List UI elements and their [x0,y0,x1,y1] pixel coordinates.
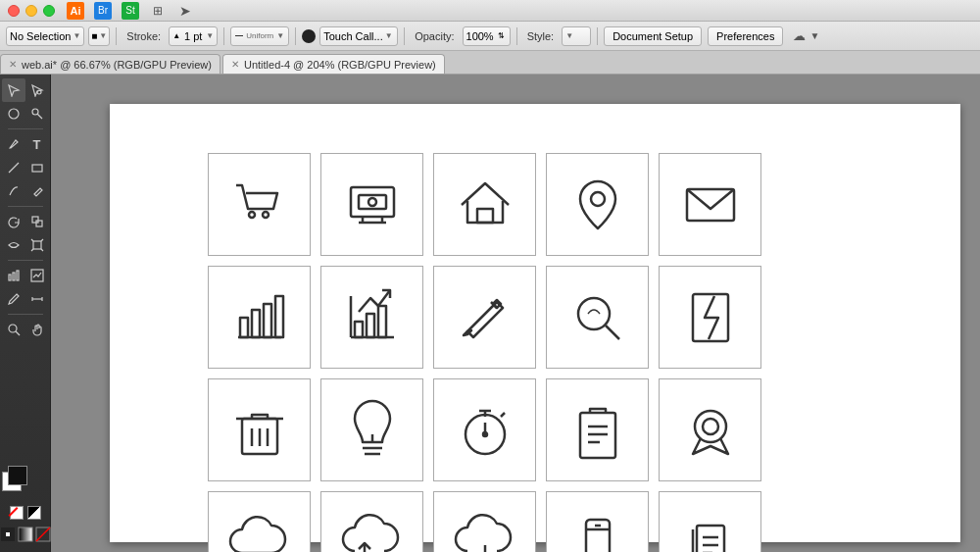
stroke-dropdown-arrow: ▼ [206,31,214,40]
touch-dropdown[interactable]: Touch Call... ▼ [319,26,398,46]
icon-monitor-payment[interactable] [320,153,423,256]
eyedropper-tool[interactable] [2,287,25,311]
icon-envelope[interactable] [659,153,761,256]
lasso-tool[interactable] [2,102,25,125]
tab-untitled[interactable]: ✕ Untitled-4 @ 204% (RGB/GPU Preview) [222,54,445,74]
icon-location-pin[interactable] [546,153,649,256]
tool-row-4 [0,156,50,179]
opacity-arrows[interactable]: ⇅ [498,31,505,40]
fullscreen-button[interactable] [43,5,55,17]
selection-label: No Selection [10,30,71,42]
style-dropdown[interactable]: ▼ [562,26,591,46]
icon-search[interactable] [546,266,649,369]
tool-row-3: T [0,132,50,156]
svg-point-0 [37,90,41,94]
magic-wand-tool[interactable] [25,102,49,125]
svg-rect-7 [36,221,42,226]
icon-award[interactable] [659,378,761,481]
icon-documents[interactable] [659,491,761,552]
hand-tool[interactable] [25,318,49,341]
icon-house[interactable] [433,153,536,256]
direct-select-tool[interactable] [25,78,49,102]
tab-close-web[interactable]: ✕ [9,59,17,70]
foreground-color-swatch[interactable] [8,466,27,485]
illustrator-icon: Ai [67,2,84,20]
svg-line-43 [606,326,619,339]
svg-rect-32 [240,318,248,337]
close-button[interactable] [8,5,20,17]
swap-swatch[interactable] [27,506,41,520]
icon-clipboard[interactable] [546,378,649,481]
graph-tool[interactable] [2,264,25,287]
line-tool[interactable] [2,156,25,179]
svg-point-29 [591,192,605,206]
icon-pencil[interactable] [433,266,536,369]
color-swatches [0,466,51,548]
none-fill-icon[interactable] [35,527,51,542]
icon-stopwatch[interactable] [433,378,536,481]
workspace-icon[interactable]: ⊞ [149,2,167,20]
measure-tool[interactable] [25,287,49,311]
tab-close-untitled[interactable]: ✕ [231,59,239,70]
icon-chart-arrow[interactable] [320,266,423,369]
icon-cloud-download[interactable] [433,491,536,552]
free-transform-tool[interactable] [25,233,49,257]
paintbrush-tool[interactable] [2,179,25,203]
svg-point-24 [263,212,269,218]
svg-rect-10 [13,273,15,280]
cloud-sync-icon[interactable]: ☁ [793,28,806,43]
sep4 [404,27,405,45]
svg-rect-5 [32,165,42,172]
opacity-value-dropdown[interactable]: 100% ⇅ [463,26,511,46]
zoom-tool[interactable] [2,318,25,341]
icon-cloud-upload[interactable] [320,491,423,552]
color-swatch-area[interactable] [8,466,43,501]
stroke-type-dropdown[interactable]: Uniform ▼ [230,26,289,46]
selection-dropdown[interactable]: No Selection ▼ [6,26,84,46]
type-tool[interactable]: T [25,132,49,156]
pencil-tool[interactable] [25,179,49,203]
icon-mobile[interactable] [546,491,649,552]
stroke-up[interactable]: ▲ [172,31,180,40]
select-tool[interactable] [2,78,25,102]
sep5 [516,27,517,45]
svg-rect-39 [367,314,374,337]
icon-bar-chart[interactable] [208,266,311,369]
chart-tool[interactable] [25,264,49,287]
stroke-weight[interactable]: ▲ 1 pt ▼ [169,26,218,46]
fill-icon[interactable] [0,527,16,542]
svg-rect-33 [252,310,260,337]
cloud-dropdown-arrow[interactable]: ▼ [809,30,819,41]
mode-dropdown[interactable]: ■ ▼ [88,26,110,46]
stroke-value: 1 pt [182,30,204,42]
icon-lightning[interactable] [659,266,761,369]
svg-line-4 [9,163,19,173]
minimize-button[interactable] [25,5,37,17]
svg-point-59 [695,411,726,442]
rect-tool[interactable] [25,156,49,179]
scale-tool[interactable] [25,210,49,233]
icon-cloud[interactable] [208,491,311,552]
tool-sep-2 [8,206,43,207]
search-icon[interactable]: ➤ [176,2,194,20]
preferences-button[interactable]: Preferences [708,26,783,46]
warp-tool[interactable] [2,233,25,257]
icon-lightbulb[interactable] [320,378,423,481]
tool-sep-3 [8,260,43,261]
rotate-tool[interactable] [2,210,25,233]
svg-rect-11 [17,271,19,280]
tab-web[interactable]: ✕ web.ai* @ 66.67% (RGB/GPU Preview) [0,54,220,74]
icon-trash[interactable] [208,378,311,481]
icon-shopping-cart[interactable] [208,153,311,256]
pen-tool[interactable] [2,132,25,156]
sep6 [597,27,598,45]
none-swatch[interactable] [10,506,24,520]
document-setup-button[interactable]: Document Setup [604,26,702,46]
fill-stroke-icons [0,527,51,542]
tool-row-7 [0,233,50,257]
gradient-icon[interactable] [18,527,33,542]
svg-point-42 [578,298,610,329]
svg-line-2 [37,114,42,119]
tool-row-10 [0,318,50,341]
dropdown-arrow: ▼ [73,31,80,40]
